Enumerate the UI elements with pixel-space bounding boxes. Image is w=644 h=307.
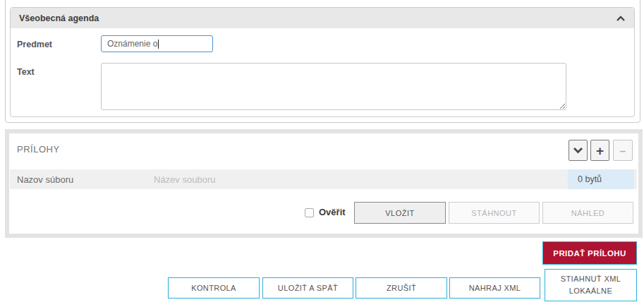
prilohy-title: PRÍLOHY: [17, 144, 60, 155]
agenda-panel-header[interactable]: Všeobecná agenda: [11, 8, 634, 28]
predmet-input-value: Oznámenie o: [107, 39, 157, 49]
form-page: Všeobecná agenda Predmet Oznámenie o Tex…: [0, 0, 644, 307]
chevron-down-icon: [573, 144, 583, 157]
chevron-up-icon[interactable]: [616, 12, 626, 25]
attachment-add-button[interactable]: +: [590, 140, 609, 161]
pridat-prilohu-button[interactable]: PRIDAŤ PRÍLOHU: [542, 241, 637, 265]
attachment-row[interactable]: [10, 169, 637, 189]
file-size-value: 0 bytů: [578, 174, 602, 184]
text-textarea[interactable]: [101, 63, 566, 110]
nahraj-xml-button[interactable]: NAHRAJ XML: [449, 277, 540, 299]
file-name-input[interactable]: Název souboru: [154, 174, 215, 185]
text-caret: [158, 40, 159, 49]
file-size-cell: 0 bytů: [568, 169, 634, 189]
kontrola-button[interactable]: KONTROLA: [168, 277, 260, 299]
agenda-panel-title: Všeobecná agenda: [19, 13, 99, 23]
minus-icon: –: [620, 145, 626, 156]
plus-icon: +: [596, 144, 604, 157]
predmet-input[interactable]: Oznámenie o: [101, 35, 213, 52]
stiahnut-xml-lokalne-button[interactable]: STIAHNUŤ XML LOKAÁLNE: [545, 269, 637, 301]
zrusit-button[interactable]: ZRUŠIŤ: [356, 277, 447, 299]
verify-checkbox[interactable]: [305, 208, 314, 217]
predmet-label: Predmet: [17, 40, 52, 49]
ulozit-a-spat-button[interactable]: ULOŽIŤ A SPÄŤ: [262, 277, 353, 299]
vlozit-button[interactable]: VLOŽIT: [354, 202, 446, 224]
verify-label: Ověřit: [319, 207, 346, 217]
text-label: Text: [17, 67, 35, 77]
attachment-remove-button[interactable]: –: [613, 140, 633, 161]
stahnout-button[interactable]: STÁHNOUT: [449, 202, 540, 224]
nahled-button[interactable]: NÁHLED: [542, 202, 633, 224]
file-name-label: Nazov súboru: [17, 174, 73, 185]
attachments-expand-button[interactable]: [569, 140, 588, 161]
